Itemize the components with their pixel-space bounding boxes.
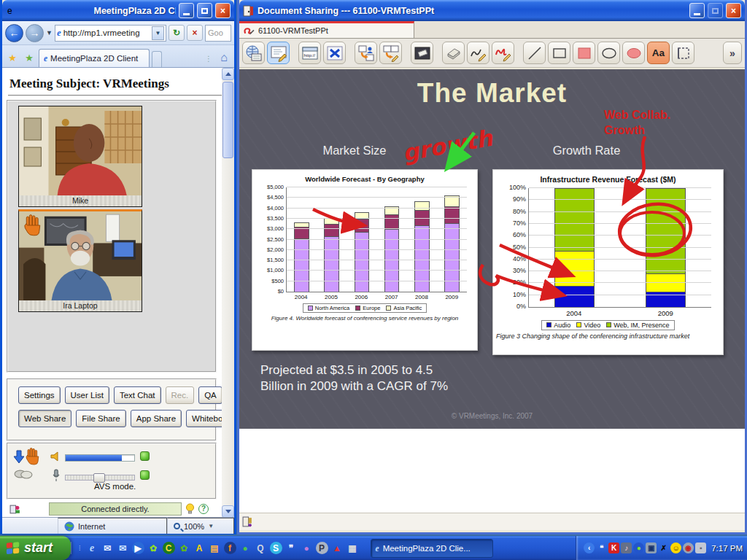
speaker-volume-slider[interactable] [65,454,135,462]
new-tab-button[interactable] [152,51,162,67]
clear-board-button[interactable] [411,42,433,64]
line-tool-button[interactable] [523,42,546,64]
chart-x-labels: 20042009 [528,308,711,317]
user-list-button[interactable]: User List [65,386,109,404]
market-size-label: Market Size [303,144,406,158]
app-share-button[interactable]: App Share [131,410,182,427]
scroll-down-button[interactable] [222,505,234,517]
bar-segment [646,188,686,273]
cd-player-icon[interactable]: C [163,542,175,554]
tab-meetingplaza[interactable]: e MeetingPlaza 2D Client [39,49,150,67]
eraser-button[interactable] [442,42,465,64]
address-bar[interactable]: e http://mp1.vrmeeting ▼ [55,25,166,42]
smiley-icon[interactable]: ☺ [670,542,681,553]
document-tab[interactable]: 61100-VRMTestPPt [239,21,414,38]
stop-button[interactable]: × [187,25,203,41]
hint-lightbulb-icon[interactable] [185,503,195,515]
home-icon[interactable]: ⌂ [217,50,231,66]
volume-muted-icon[interactable]: ♪ [621,542,632,553]
zoom-control[interactable]: 100% ▼ [167,518,234,534]
whiteboard-mode-button[interactable] [267,42,290,64]
open-url-button[interactable]: http:// [298,42,321,64]
pen-red-button[interactable] [492,42,514,64]
help-icon[interactable]: ? [198,504,209,514]
messenger-tray-icon[interactable]: ❝ [596,542,607,553]
chart-document-icon[interactable]: ▤ [209,542,221,554]
scroll-thumb[interactable] [222,82,233,158]
doc-window-titlebar[interactable]: Document Sharing --- 61100-VRMTestPPt × [239,0,745,21]
windows-flag-icon [6,541,20,556]
add-favorite-icon[interactable]: ★ [22,50,36,66]
microphone-level-slider[interactable] [65,475,135,481]
select-region-button[interactable] [672,42,694,64]
refresh-button[interactable]: ↻ [169,25,185,41]
filled-rectangle-tool-button[interactable] [573,42,595,64]
file-share-button[interactable]: File Share [76,410,125,427]
favorites-star-icon[interactable]: ★ [5,50,20,66]
settings-button[interactable]: Settings [18,386,61,404]
doc-minimize-button[interactable] [689,3,705,18]
maximize-button[interactable] [197,3,212,18]
doc-close-button[interactable]: × [726,3,741,18]
raise-hand-icon[interactable] [26,448,40,465]
webcam-icon[interactable]: ● [633,542,644,553]
agree-hands-icon[interactable] [14,469,33,479]
pen-black-button[interactable] [467,42,489,64]
text-tool-button[interactable]: Aa [647,42,670,64]
media-player-icon[interactable]: ▶ [132,542,144,554]
more-tools-button[interactable]: » [723,42,742,64]
web-share-button[interactable]: Web Share [18,410,71,427]
disconnect-x-icon[interactable]: ✗ [658,542,669,553]
start-button[interactable]: start [0,536,71,560]
network-computer-icon[interactable]: ▣ [646,542,657,553]
headset-alert-icon[interactable]: ◉ [683,542,694,553]
quicktime-icon[interactable]: Q [255,542,267,554]
send-annotations-button[interactable] [379,42,402,64]
scroll-up-button[interactable] [222,68,234,80]
window-titlebar[interactable]: e MeetingPlaza 2D Client - Window... × [2,0,234,21]
green-app-icon[interactable]: ● [239,542,252,554]
quick-launch-handle[interactable]: ⁞ [79,545,82,552]
outlook-express-icon[interactable]: ✉ [117,542,129,554]
tray-collapse-chevron-icon[interactable]: ‹ [584,542,595,553]
connection-mode-icon[interactable] [9,504,20,515]
aim-icon[interactable]: A [193,542,206,554]
projection-text: Projected at $3.5 in 2005 to 4.5 Billion… [260,362,448,394]
sync-pages-button[interactable] [355,42,377,64]
image-viewer-icon[interactable]: ▦ [347,542,359,554]
mail-compose-icon[interactable]: ✉ [101,542,114,554]
page-scrollbar[interactable] [222,68,234,517]
start-label: start [24,540,53,556]
back-button[interactable]: ← [5,24,23,42]
address-dropdown-icon[interactable]: ▼ [152,26,164,40]
zoom-dropdown-icon[interactable]: ▼ [208,523,214,529]
chat-p-icon[interactable]: P [316,542,328,554]
purple-media-icon[interactable]: ● [301,542,313,554]
bar-segment [554,286,595,307]
messenger-balloon-icon[interactable]: ❞ [285,542,298,554]
display-settings-icon[interactable]: ▪ [695,542,706,553]
internet-explorer-icon[interactable]: e [86,542,98,554]
taskbar-button-meetingplaza[interactable]: e MeetingPlaza 2D Clie... [371,539,493,558]
minimize-button[interactable] [179,3,194,18]
search-input[interactable]: Goo [205,25,231,42]
history-dropdown-icon[interactable]: ▼ [46,29,53,36]
qa-button[interactable]: QA [198,386,222,404]
page-favicon: e [57,27,61,39]
rectangle-tool-button[interactable] [548,42,570,64]
firefox-icon[interactable]: f [224,542,236,554]
red-app-icon[interactable]: ▲ [331,542,344,554]
filled-ellipse-tool-button[interactable] [622,42,645,64]
web-share-doc-button[interactable] [242,42,265,64]
text-chat-button[interactable]: Text Chat [114,386,161,404]
ellipse-tool-button[interactable] [597,42,620,64]
forward-button[interactable]: → [26,24,44,42]
close-button[interactable]: × [215,3,231,18]
icq-flower-icon[interactable]: ✿ [147,542,160,554]
icq-pro-flower-icon[interactable]: ✿ [178,542,190,554]
participant-name: Mike [19,195,142,206]
close-document-button[interactable] [323,42,346,64]
kaspersky-icon[interactable]: K [608,542,619,553]
lower-hand-arrow-icon[interactable] [14,450,24,464]
skype-icon[interactable]: S [270,542,282,554]
